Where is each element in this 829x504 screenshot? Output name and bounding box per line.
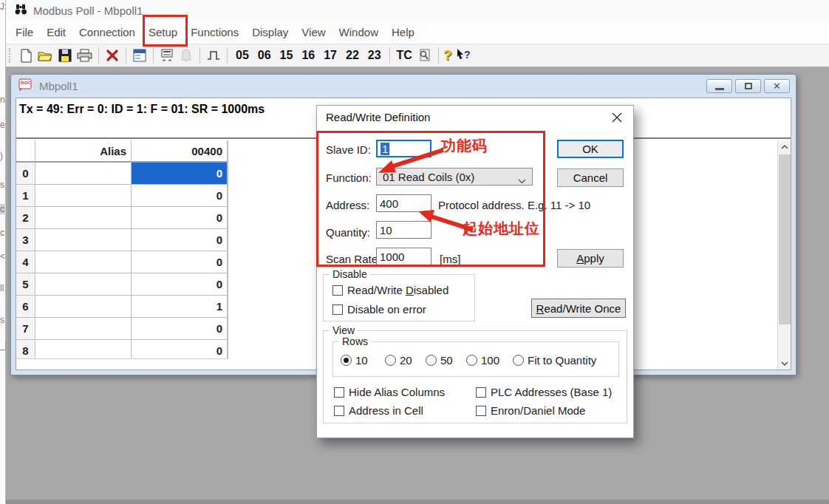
window-bottom-edge	[6, 500, 829, 504]
restore-button[interactable]	[735, 79, 761, 93]
minimize-button[interactable]	[706, 79, 732, 93]
menu-help[interactable]: Help	[385, 21, 421, 44]
plc-addresses-checkbox[interactable]: PLC Addresses (Base 1)	[476, 386, 612, 398]
scan-rate-input[interactable]: 1000	[376, 248, 431, 265]
open-file-icon[interactable]	[36, 47, 55, 64]
rows-50-radio[interactable]: 50	[426, 354, 453, 367]
alias-cell[interactable]	[35, 296, 132, 318]
alias-cell[interactable]	[35, 318, 132, 340]
disable-on-error-checkbox[interactable]: Disable on error	[332, 303, 426, 316]
function-05-button[interactable]: 05	[232, 49, 253, 62]
disconnect-icon[interactable]	[103, 47, 121, 64]
address-input[interactable]: 400	[376, 194, 431, 212]
read-write-once-button[interactable]: Read/Write Once	[531, 299, 626, 318]
function-22-button[interactable]: 22	[342, 49, 363, 62]
about-icon[interactable]: ?	[443, 47, 452, 64]
function-16-button[interactable]: 16	[298, 49, 318, 62]
menu-setup[interactable]: Setup	[142, 21, 184, 44]
alias-cell[interactable]	[35, 251, 132, 273]
scrollbar-thumb[interactable]	[779, 154, 791, 324]
value-cell[interactable]: 0	[132, 251, 228, 273]
value-cell[interactable]: 0	[132, 340, 228, 359]
value-cell[interactable]: 0	[132, 229, 228, 251]
address-in-cell-checkbox[interactable]: Address in Cell	[334, 404, 423, 417]
row-header[interactable]: 7	[16, 318, 35, 340]
row-header[interactable]: 2	[16, 207, 35, 229]
menu-window[interactable]: Window	[332, 21, 385, 44]
alias-cell[interactable]	[35, 163, 132, 185]
hide-alias-columns-checkbox[interactable]: Hide Alias Columns	[334, 386, 445, 398]
function-15-button[interactable]: 15	[276, 49, 297, 62]
row-header[interactable]: 3	[16, 229, 35, 251]
print-icon[interactable]	[75, 47, 94, 64]
enron-daniel-checkbox[interactable]: Enron/Daniel Mode	[476, 404, 585, 417]
fit-to-quantity-radio[interactable]: Fit to Quantity	[513, 354, 596, 367]
alias-col-header[interactable]: Alias	[35, 140, 132, 163]
setup-window-icon[interactable]	[131, 47, 149, 64]
ok-button[interactable]: OK	[557, 140, 624, 158]
background-window-edge: J: n e ) s c c < ll s _l	[0, 0, 6, 504]
quantity-input[interactable]: 10	[376, 221, 431, 239]
close-button[interactable]: ✕	[764, 79, 790, 93]
row-header[interactable]: 0	[16, 163, 35, 185]
alias-cell[interactable]	[35, 340, 132, 359]
menu-display[interactable]: Display	[245, 21, 295, 44]
cancel-button[interactable]: Cancel	[557, 168, 624, 187]
rows-10-radio[interactable]: 10	[341, 354, 368, 367]
table-row: 1 0	[16, 185, 228, 207]
value-cell[interactable]: 0	[132, 185, 228, 207]
value-cell[interactable]: 0	[132, 318, 228, 340]
alias-cell[interactable]	[35, 229, 132, 251]
value-cell[interactable]: 0	[132, 207, 228, 229]
row-header[interactable]: 8	[16, 340, 35, 359]
menu-file[interactable]: File	[9, 21, 40, 44]
corner-header	[16, 140, 35, 163]
apply-button[interactable]: Apply	[557, 249, 624, 268]
scan-log-icon[interactable]	[416, 47, 434, 64]
scroll-down-icon[interactable]	[778, 357, 791, 370]
screen: J: n e ) s c c < ll s _l Modbus Poll - M…	[0, 0, 829, 504]
alias-cell[interactable]	[35, 273, 132, 296]
table-row: 6 1	[16, 296, 228, 318]
rows-20-radio[interactable]: 20	[385, 354, 412, 367]
save-icon[interactable]	[56, 47, 74, 64]
test-center-button[interactable]: TC	[395, 49, 414, 62]
row-header[interactable]: 5	[16, 273, 35, 296]
function-dropdown[interactable]: 01 Read Coils (0x)	[376, 168, 533, 185]
communication-traffic-icon[interactable]	[177, 47, 195, 64]
read-write-disabled-checkbox[interactable]: Read/Write Disabled	[332, 284, 448, 296]
poll-definition-icon[interactable]	[158, 47, 176, 64]
single-poll-icon[interactable]	[205, 47, 222, 64]
chevron-down-icon	[518, 174, 526, 186]
alias-cell[interactable]	[35, 185, 132, 207]
new-document-icon[interactable]	[17, 47, 35, 64]
function-label: Function:	[326, 171, 372, 184]
menu-connection[interactable]: Connection	[72, 21, 142, 44]
slave-id-label: Slave ID:	[326, 143, 371, 156]
row-header[interactable]: 1	[16, 185, 35, 207]
scroll-up-icon[interactable]	[778, 140, 791, 153]
disable-group-label: Disable	[330, 268, 370, 280]
address-col-header[interactable]: 00400	[132, 140, 228, 163]
context-help-icon[interactable]: ?	[454, 47, 473, 64]
value-cell[interactable]: 1	[132, 296, 228, 318]
function-23-button[interactable]: 23	[364, 49, 385, 62]
rows-100-radio[interactable]: 100	[466, 354, 499, 367]
alias-cell[interactable]	[35, 207, 132, 229]
menu-view[interactable]: View	[295, 21, 332, 44]
row-header[interactable]: 4	[16, 251, 35, 273]
value-cell-selected[interactable]: 0	[132, 163, 228, 185]
row-header[interactable]: 6	[16, 296, 35, 318]
checkbox-icon	[476, 406, 486, 416]
rows-group: Rows 10 20 50 100 Fit to Quantity	[332, 341, 619, 377]
function-17-button[interactable]: 17	[320, 49, 341, 62]
value-cell[interactable]: 0	[132, 273, 228, 296]
function-06-button[interactable]: 06	[254, 49, 275, 62]
menu-edit[interactable]: Edit	[40, 21, 72, 44]
menu-functions[interactable]: Functions	[184, 21, 245, 44]
dialog-close-icon[interactable]	[611, 112, 623, 123]
radio-icon	[341, 355, 352, 366]
slave-id-input[interactable]: 1	[376, 140, 431, 157]
table-row: 8 0	[16, 340, 228, 359]
vertical-scrollbar[interactable]	[777, 140, 791, 370]
